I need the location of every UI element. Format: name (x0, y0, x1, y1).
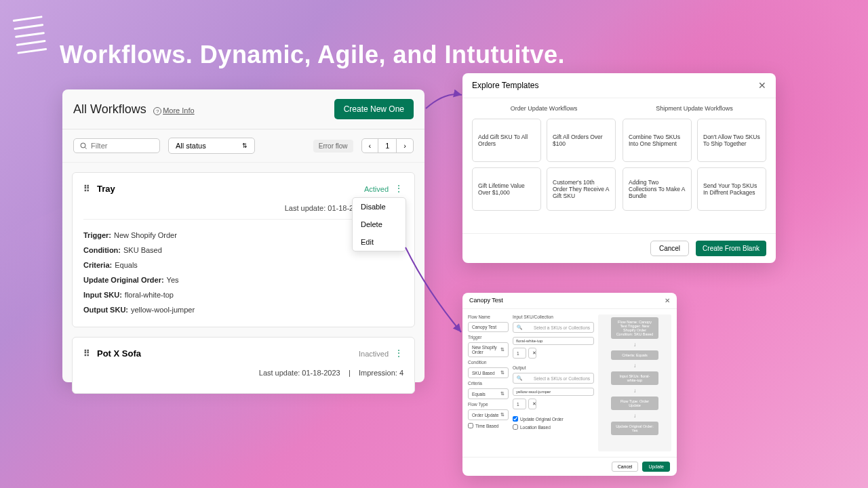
hatch-decoration (13, 16, 47, 54)
workflow-status: Actived (364, 185, 389, 193)
status-select[interactable]: All status⇅ (168, 138, 255, 154)
flowtype-select[interactable]: Order Update⇅ (468, 409, 509, 420)
template-card[interactable]: Don't Allow Two SKUs To Ship Together (697, 119, 766, 162)
arrow-down-icon: ↓ (633, 388, 636, 394)
menu-delete[interactable]: Delete (353, 216, 406, 233)
template-card[interactable]: Gift Lifetime Value Over $1,000 (472, 167, 541, 211)
create-blank-button[interactable]: Create From Blank (696, 241, 766, 256)
create-workflow-button[interactable]: Create New One (334, 99, 414, 119)
arrow-down-icon: ↓ (633, 363, 636, 369)
input-sku-search[interactable]: 🔍 Select a SKUs or Collections (513, 322, 594, 333)
menu-edit[interactable]: Edit (353, 233, 406, 251)
templates-col2-title: Shipment Update Workflows (623, 105, 766, 112)
flow-node: Criteria: Equals (611, 350, 658, 360)
more-info-link[interactable]: ?More Info (153, 106, 194, 115)
template-card[interactable]: Combine Two SKUs Into One Shipment (623, 119, 692, 162)
templates-title: Explore Templates (472, 81, 539, 90)
workflow-card: ⠿Pot X Sofa Inactived⋮ Last update: 01-1… (72, 337, 415, 394)
flow-node: Input SKUs: floral-white-top (611, 371, 658, 385)
chevron-updown-icon: ⇅ (242, 142, 248, 149)
cancel-button[interactable]: Cancel (612, 462, 639, 472)
pagination: ‹ 1 › (361, 138, 414, 153)
drag-handle-icon[interactable]: ⠿ (83, 184, 90, 194)
card-menu-button[interactable]: ⋮ (394, 183, 403, 194)
template-card[interactable]: Customer's 10th Order They Receive A Gif… (547, 167, 616, 211)
output-qty[interactable]: 1 (513, 399, 526, 409)
arrow-down-icon: ↓ (633, 413, 636, 419)
error-flow-toggle[interactable]: Error flow (313, 140, 353, 152)
template-card[interactable]: Gift All Orders Over $100 (547, 119, 616, 162)
templates-modal: Explore Templates ✕ Order Update Workflo… (462, 73, 776, 263)
template-card[interactable]: Adding Two Collections To Make A Bundle (623, 167, 692, 211)
input-qty[interactable]: 1 (513, 348, 526, 359)
close-icon[interactable]: ✕ (665, 297, 670, 304)
editor-modal: Canopy Test ✕ Flow Name Canopy Test Trig… (462, 293, 677, 476)
update-button[interactable]: Update (642, 462, 670, 472)
connector-arrow-icon (425, 88, 465, 122)
page-number: 1 (378, 139, 397, 152)
menu-disable[interactable]: Disable (353, 198, 406, 216)
workflow-card: ⠿Tray Actived⋮ Last update: 01-18-2023 |… (72, 172, 415, 327)
workflow-name: Tray (97, 184, 115, 194)
workflow-name: Pot X Sofa (97, 348, 141, 359)
editor-title: Canopy Test (469, 297, 503, 304)
filter-input[interactable] (91, 142, 152, 150)
flow-node: Flow Type: Order Update (611, 396, 658, 410)
input-sku-chip[interactable]: floral-white-top (513, 337, 594, 345)
condition-select[interactable]: SKU Based⇅ (468, 367, 509, 378)
templates-col1-title: Order Update Workflows (472, 105, 616, 112)
location-based-checkbox[interactable]: Location Based (513, 424, 594, 430)
template-card[interactable]: Add Gift SKU To All Orders (472, 119, 541, 162)
card-menu-button[interactable]: ⋮ (394, 348, 403, 359)
filter-input-wrap[interactable] (73, 138, 160, 153)
flow-preview: Flow Name: Canopy Test Trigger: New Shop… (598, 314, 671, 451)
drag-handle-icon[interactable]: ⠿ (83, 348, 90, 359)
output-sku-search[interactable]: 🔍 Select a SKUs or Collections (513, 373, 594, 384)
help-icon: ? (153, 107, 161, 115)
arrow-down-icon: ↓ (633, 342, 636, 348)
page-next-button[interactable]: › (397, 139, 413, 152)
svg-line-1 (85, 148, 87, 149)
update-original-checkbox[interactable]: Update Original Order (513, 416, 594, 422)
close-icon[interactable]: ✕ (758, 80, 766, 91)
cancel-button[interactable]: Cancel (650, 241, 689, 256)
workflows-title: All Workflows (73, 102, 146, 116)
trigger-select[interactable]: New Shopify Order⇅ (468, 342, 509, 357)
flow-node: Flow Name: Canopy Test Trigger: New Shop… (611, 317, 658, 339)
search-icon (79, 142, 87, 150)
remove-icon[interactable]: ✕ (528, 348, 536, 359)
card-dropdown-menu: Disable Delete Edit (352, 197, 406, 251)
page-headline: Workflows. Dynamic, Agile, and Intutuitv… (60, 41, 565, 69)
flow-name-input[interactable]: Canopy Test (468, 322, 509, 332)
workflows-panel: All Workflows ?More Info Create New One … (62, 89, 425, 382)
workflow-meta: Last update: 01-18-2023 | Impression: 4 (83, 369, 403, 384)
svg-point-0 (81, 143, 85, 148)
remove-icon[interactable]: ✕ (528, 399, 536, 409)
flow-node: Update Original Order: Yes (611, 422, 658, 435)
time-based-checkbox[interactable]: Time Based (468, 423, 509, 428)
template-card[interactable]: Send Your Top SKUs In Diffrent Packages (697, 167, 766, 211)
workflow-status: Inactived (359, 350, 389, 358)
page-prev-button[interactable]: ‹ (362, 139, 379, 152)
output-sku-chip[interactable]: yellow-wool-jumper (513, 388, 594, 396)
criteria-select[interactable]: Equals⇅ (468, 388, 509, 399)
